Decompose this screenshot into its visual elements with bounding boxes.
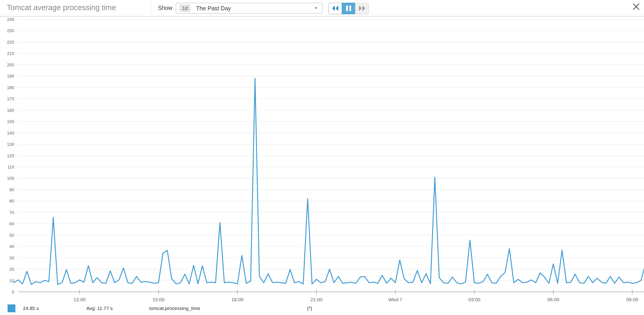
- svg-text:190: 190: [7, 74, 14, 78]
- rewind-icon: [332, 5, 339, 12]
- rewind-button[interactable]: [328, 3, 342, 14]
- svg-text:160: 160: [7, 108, 14, 113]
- svg-text:210: 210: [7, 51, 14, 56]
- svg-text:03:00: 03:00: [468, 297, 480, 302]
- svg-text:170: 170: [7, 96, 14, 101]
- legend-scope: {*}: [307, 306, 312, 311]
- svg-text:10: 10: [10, 278, 14, 283]
- svg-text:09:00: 09:00: [626, 297, 638, 302]
- svg-text:70: 70: [10, 210, 14, 215]
- svg-text:100: 100: [7, 176, 14, 181]
- svg-text:220: 220: [7, 40, 14, 44]
- y-gridlines: [18, 19, 644, 280]
- svg-text:18:00: 18:00: [232, 297, 244, 302]
- graph-panel: Tomcat average processing time Show 1d T…: [0, 0, 644, 315]
- svg-text:110: 110: [7, 164, 14, 170]
- legend-row: 24.85 s Avg: 11.77 s tomcat.processing_t…: [0, 302, 644, 315]
- svg-text:240: 240: [7, 17, 14, 22]
- page-title: Tomcat average processing time: [7, 3, 116, 12]
- svg-text:180: 180: [7, 85, 14, 90]
- show-label: Show: [158, 4, 172, 11]
- fast-forward-button[interactable]: [355, 3, 369, 14]
- svg-text:200: 200: [7, 62, 14, 67]
- svg-text:130: 130: [7, 142, 14, 147]
- svg-text:06:00: 06:00: [547, 297, 560, 302]
- legend-swatch[interactable]: [8, 304, 16, 312]
- svg-text:20: 20: [10, 267, 14, 272]
- timeframe-badge: 1d: [179, 4, 190, 12]
- fast-forward-icon: [358, 5, 366, 12]
- svg-text:80: 80: [10, 198, 14, 204]
- svg-text:90: 90: [10, 187, 14, 192]
- chevron-down-icon: ▼: [314, 6, 318, 10]
- series-line: [14, 78, 644, 284]
- x-axis-ticks: [80, 290, 632, 294]
- svg-text:120: 120: [7, 153, 14, 158]
- svg-text:60: 60: [10, 221, 14, 226]
- pause-icon: [346, 5, 352, 12]
- svg-text:21:00: 21:00: [310, 297, 322, 302]
- chart-area[interactable]: 0102030405060708090100110120130140150160…: [0, 16, 644, 302]
- svg-text:150: 150: [7, 119, 14, 124]
- timeframe-select[interactable]: 1d The Past Day ▼: [176, 3, 323, 14]
- svg-text:140: 140: [7, 131, 14, 136]
- legend-avg-value: Avg: 11.77 s: [86, 306, 113, 311]
- svg-text:40: 40: [10, 244, 14, 249]
- timeframe-label: The Past Day: [196, 5, 314, 12]
- timeseries-chart[interactable]: 0102030405060708090100110120130140150160…: [0, 16, 644, 302]
- svg-text:0: 0: [12, 290, 14, 294]
- legend-latest-value: 24.85 s: [23, 306, 39, 311]
- close-button[interactable]: [631, 2, 641, 12]
- svg-text:12:00: 12:00: [74, 297, 86, 302]
- playback-controls: [328, 3, 369, 14]
- x-axis-labels: 12:0015:0018:0021:00Wed 703:0006:0009:00: [74, 297, 638, 302]
- svg-text:50: 50: [10, 233, 14, 238]
- y-axis-labels: 0102030405060708090100110120130140150160…: [7, 17, 14, 294]
- header-divider: [150, 1, 151, 15]
- svg-text:230: 230: [7, 28, 14, 33]
- svg-text:15:00: 15:00: [152, 297, 165, 302]
- legend-metric-name[interactable]: tomcat.processing_time: [149, 306, 200, 311]
- pause-button[interactable]: [342, 3, 356, 14]
- graph-header: Tomcat average processing time Show 1d T…: [0, 0, 644, 16]
- svg-text:30: 30: [10, 256, 14, 260]
- svg-text:Wed 7: Wed 7: [388, 297, 402, 302]
- close-icon: [633, 3, 640, 11]
